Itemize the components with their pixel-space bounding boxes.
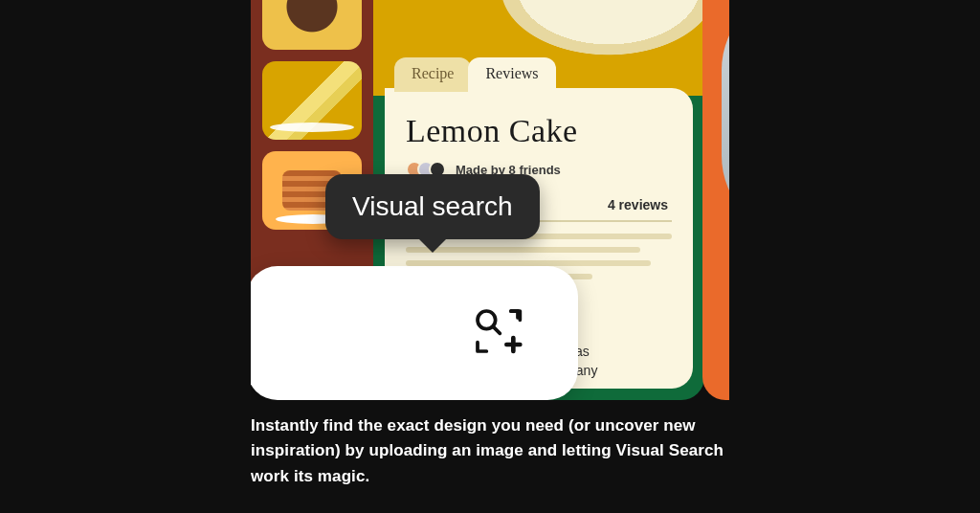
profile-portrait: [722, 0, 729, 237]
profile-initial: U: [702, 278, 729, 323]
profile-subtitle: Use: [702, 323, 729, 340]
search-bar[interactable]: [251, 266, 578, 400]
recipe-thumb-sidebar: [251, 0, 375, 306]
visual-search-tooltip: Visual search: [325, 174, 540, 239]
feature-caption: Instantly find the exact design you need…: [251, 413, 729, 489]
tab-reviews[interactable]: Reviews: [468, 57, 555, 92]
thumb-cookie[interactable]: [262, 0, 362, 50]
tab-recipe[interactable]: Recipe: [394, 57, 471, 92]
feature-preview: Recipe Reviews Lemon Cake Made by 8 frie…: [251, 0, 729, 400]
thumb-cake[interactable]: [262, 61, 362, 140]
svg-line-1: [493, 326, 500, 333]
profile-card: U Use: [702, 0, 729, 400]
recipe-title: Lemon Cake: [406, 113, 672, 149]
recipe-tabs: Recipe Reviews: [394, 57, 553, 92]
visual-search-icon[interactable]: [471, 304, 524, 358]
